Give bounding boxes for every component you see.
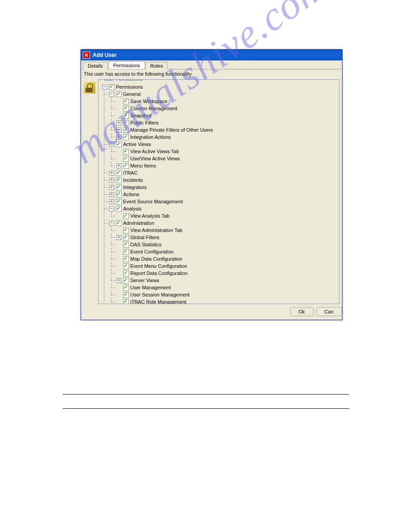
permission-checkbox[interactable] — [123, 256, 129, 262]
tree-item-label: Snapshot — [130, 113, 151, 118]
expand-icon[interactable]: + — [116, 163, 121, 168]
tree-row[interactable]: +Public Filters — [116, 119, 337, 126]
permission-checkbox[interactable] — [123, 263, 129, 269]
permission-checkbox[interactable] — [123, 163, 129, 169]
tree-row[interactable]: Event Configuration — [116, 248, 337, 255]
expand-icon[interactable]: + — [109, 192, 114, 197]
tree-item-label: Active Views — [123, 142, 151, 147]
tree-item-label: Permissions — [116, 84, 143, 90]
permission-checkbox[interactable] — [123, 120, 129, 126]
tree-row[interactable]: iTRAC Role Management — [116, 298, 337, 304]
tree-row[interactable]: +iTRAC — [109, 169, 337, 176]
tree-item-label: Column Management — [130, 106, 177, 111]
permission-checkbox[interactable] — [123, 213, 129, 219]
collapse-icon[interactable]: − — [109, 142, 114, 147]
tree-connector — [116, 285, 121, 290]
permission-checkbox[interactable] — [123, 149, 129, 154]
tree-row[interactable]: −Active Views — [109, 141, 337, 148]
tree-row[interactable]: +Integrators — [109, 184, 337, 191]
permission-checkbox[interactable] — [123, 99, 129, 104]
permission-checkbox[interactable] — [123, 278, 129, 283]
permission-checkbox[interactable] — [123, 113, 129, 119]
tree-row[interactable]: +Server Views — [116, 277, 337, 284]
permission-checkbox[interactable] — [123, 299, 129, 305]
tree-row[interactable]: +Global Filters — [116, 234, 337, 241]
tree-row[interactable]: +Incidents — [109, 176, 337, 184]
tree-row[interactable]: Snapshot — [116, 112, 337, 119]
app-icon: N — [83, 51, 90, 59]
tree-row[interactable]: User Management — [116, 284, 337, 291]
tree-row[interactable]: +Menu Items — [116, 162, 337, 169]
expand-icon[interactable]: + — [109, 199, 114, 204]
permission-checkbox[interactable] — [123, 270, 129, 276]
tree-item-label: Manage Private Filters of Other Users — [130, 127, 213, 133]
tree-row[interactable]: −Administration — [109, 219, 337, 227]
permission-checkbox[interactable] — [116, 192, 122, 197]
tree-row[interactable]: View Administration Tab — [116, 227, 337, 234]
permission-checkbox[interactable] — [123, 156, 129, 162]
expand-icon[interactable]: + — [116, 278, 121, 283]
tree-row[interactable]: Use/View Active Views — [116, 155, 337, 162]
tab-permissions-label: Permissions — [113, 63, 140, 68]
tree-row[interactable]: +Integration Actions — [116, 133, 337, 141]
permission-checkbox[interactable] — [123, 292, 129, 298]
permission-checkbox[interactable] — [123, 134, 129, 140]
tree-row[interactable]: −General — [109, 90, 337, 98]
expand-icon[interactable]: + — [116, 120, 121, 125]
tree-row[interactable]: DAS Statistics — [116, 241, 337, 248]
tree-row[interactable]: View Analysis Tab — [116, 212, 337, 219]
tab-details[interactable]: Details — [83, 62, 108, 69]
tree-connector — [116, 249, 121, 254]
permission-checkbox[interactable] — [116, 142, 122, 147]
expand-icon[interactable]: + — [116, 135, 121, 140]
expand-icon[interactable]: + — [109, 178, 114, 183]
expand-icon[interactable]: + — [116, 128, 121, 133]
content-area: User Permissions −Permissions−GeneralSav… — [81, 78, 342, 307]
collapse-icon[interactable]: − — [109, 206, 114, 211]
permission-checkbox[interactable] — [116, 199, 122, 205]
permission-checkbox[interactable] — [109, 84, 115, 90]
permission-checkbox[interactable] — [123, 235, 129, 240]
tree-row[interactable]: User Session Management — [116, 291, 337, 298]
tree-row[interactable]: −Permissions — [102, 83, 337, 90]
collapse-icon[interactable]: − — [102, 85, 107, 90]
ok-button[interactable]: Ok — [290, 307, 313, 316]
tree-item-label: Use/View Active Views — [130, 156, 180, 161]
expand-icon[interactable]: + — [116, 235, 121, 240]
permission-checkbox[interactable] — [123, 285, 129, 291]
permission-checkbox[interactable] — [116, 177, 122, 183]
expand-icon[interactable]: + — [109, 185, 114, 190]
permission-checkbox[interactable] — [116, 206, 122, 212]
permission-checkbox[interactable] — [116, 91, 122, 97]
titlebar: N Add User — [81, 50, 342, 60]
tree-row[interactable]: +Event Source Management — [109, 198, 337, 205]
tab-permissions[interactable]: Permissions — [108, 61, 145, 69]
permission-checkbox[interactable] — [116, 170, 122, 176]
permission-checkbox[interactable] — [123, 249, 129, 255]
tree-row[interactable]: View Active Views Tab — [116, 148, 337, 155]
tree-row[interactable]: Column Management — [116, 105, 337, 112]
tree-row[interactable]: +Manage Private Filters of Other Users — [116, 126, 337, 133]
tree-item-label: View Active Views Tab — [130, 149, 179, 154]
tree-row[interactable]: Map Data Configuration — [116, 255, 337, 262]
tree-row[interactable]: −Analysis — [109, 205, 337, 212]
tab-roles[interactable]: Roles — [146, 62, 168, 69]
tree-item-label: User Management — [130, 285, 171, 290]
permission-checkbox[interactable] — [116, 184, 122, 190]
tab-roles-label: Roles — [150, 63, 163, 69]
window-title: Add User — [93, 52, 116, 58]
permission-checkbox[interactable] — [123, 242, 129, 248]
permission-checkbox[interactable] — [116, 220, 122, 226]
permission-checkbox[interactable] — [123, 127, 129, 133]
divider-1 — [63, 394, 349, 395]
tree-row[interactable]: Event Menu Configuration — [116, 262, 337, 270]
collapse-icon[interactable]: − — [109, 92, 114, 97]
tree-row[interactable]: +Actions — [109, 191, 337, 198]
expand-icon[interactable]: + — [109, 171, 114, 176]
cancel-button[interactable]: Can — [316, 307, 342, 316]
collapse-icon[interactable]: − — [109, 221, 114, 226]
tree-row[interactable]: Save Workspace — [116, 98, 337, 105]
permission-checkbox[interactable] — [123, 106, 129, 112]
tree-row[interactable]: Report Data Configuration — [116, 270, 337, 277]
permission-checkbox[interactable] — [123, 227, 129, 233]
